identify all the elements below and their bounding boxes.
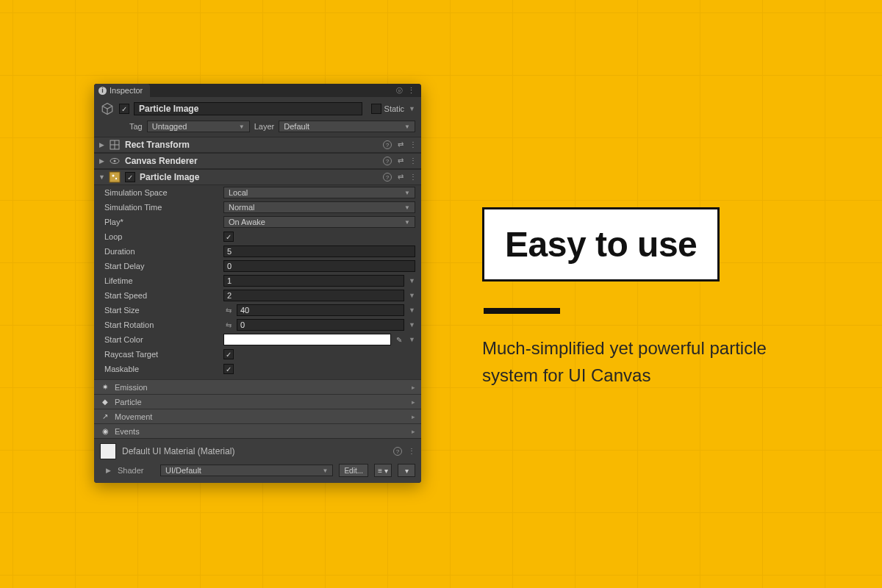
prop-label: Start Color <box>100 335 223 344</box>
module-movement[interactable]: ↗ Movement ▸ <box>94 409 421 423</box>
component-menu-icon[interactable]: ⋮ <box>409 173 417 182</box>
chevron-down-icon[interactable]: ▼ <box>407 336 415 343</box>
help-icon[interactable]: ? <box>393 447 402 456</box>
svg-rect-3 <box>110 172 120 182</box>
component-header-canvas-renderer[interactable]: ▶ Canvas Renderer ? ⇄ ⋮ <box>94 153 421 169</box>
shader-dropdown[interactable]: UI/Default ▼ <box>160 465 333 476</box>
layer-value: Default <box>284 122 309 131</box>
prop-label: Start Delay <box>100 262 223 270</box>
module-label: Movement <box>115 412 152 421</box>
eyedropper-icon[interactable]: ✎ <box>394 336 404 344</box>
module-emission[interactable]: ✷ Emission ▸ <box>94 379 421 394</box>
fold-icon: ▶ <box>98 141 104 148</box>
component-title: Canvas Renderer <box>125 156 379 166</box>
fold-icon: ▶ <box>98 157 104 165</box>
material-title: Default UI Material (Material) <box>122 446 387 456</box>
simulation-time-dropdown[interactable]: Normal▼ <box>223 201 415 213</box>
static-checkbox[interactable] <box>371 104 381 114</box>
inspector-tab-bar: i Inspector ⦾ ⋮ <box>94 84 421 97</box>
list-button[interactable]: ≡ ▾ <box>374 464 392 477</box>
preset-icon[interactable]: ⇄ <box>398 140 404 149</box>
chevron-down-icon[interactable]: ▼ <box>407 292 415 299</box>
start-delay-input[interactable]: 0 <box>223 260 415 272</box>
component-title: Particle Image <box>140 172 379 182</box>
layer-dropdown[interactable]: Default ▼ <box>279 121 415 132</box>
prop-label: Simulation Space <box>100 188 223 197</box>
chevron-down-icon: ▼ <box>404 219 410 226</box>
inspector-tab[interactable]: i Inspector <box>94 84 150 97</box>
gameobject-name-input[interactable]: Particle Image <box>134 102 362 115</box>
rect-transform-icon <box>109 139 121 151</box>
lock-icon[interactable]: ⦾ <box>396 86 403 96</box>
link-icon[interactable]: ⇆ <box>223 306 234 315</box>
tab-menu-icon[interactable]: ⋮ <box>407 86 415 96</box>
particle-icon: ◆ <box>100 398 110 406</box>
help-icon[interactable]: ? <box>383 157 392 165</box>
prop-label: Lifetime <box>100 276 223 285</box>
module-label: Particle <box>115 398 142 406</box>
chevron-down-icon: ▼ <box>404 204 410 211</box>
chevron-down-icon[interactable]: ▼ <box>407 277 415 284</box>
prop-label: Raycast Target <box>100 350 223 359</box>
preset-icon[interactable]: ⇄ <box>398 173 404 182</box>
start-size-input[interactable]: 40 <box>237 304 404 316</box>
emission-icon: ✷ <box>100 383 110 391</box>
duration-input[interactable]: 5 <box>223 245 415 257</box>
module-label: Emission <box>115 383 148 392</box>
prop-label: Start Rotation <box>100 320 223 329</box>
expand-icon: ▸ <box>412 428 415 435</box>
lifetime-input[interactable]: 1 <box>223 275 404 287</box>
component-title: Rect Transform <box>125 140 379 150</box>
canvas-renderer-icon <box>109 155 121 167</box>
more-button[interactable]: ▾ <box>398 464 415 477</box>
chevron-down-icon: ▼ <box>404 123 410 130</box>
start-color-swatch[interactable] <box>223 334 391 345</box>
chevron-down-icon: ▼ <box>404 190 410 196</box>
loop-checkbox[interactable] <box>223 232 234 242</box>
particle-image-properties: Simulation Space Local▼ Simulation Time … <box>94 185 421 379</box>
simulation-space-dropdown[interactable]: Local▼ <box>223 187 415 198</box>
component-menu-icon[interactable]: ⋮ <box>409 140 417 149</box>
inspector-panel: i Inspector ⦾ ⋮ Particle Image Static <box>94 84 421 483</box>
gameobject-active-checkbox[interactable] <box>119 104 129 114</box>
divider <box>484 308 560 314</box>
raycast-target-checkbox[interactable] <box>223 349 234 359</box>
help-icon[interactable]: ? <box>383 173 392 182</box>
gameobject-header: Particle Image Static ▼ <box>94 97 421 121</box>
chevron-down-icon[interactable]: ▼ <box>407 321 415 329</box>
movement-icon: ↗ <box>100 412 110 420</box>
start-rotation-input[interactable]: 0 <box>237 319 404 331</box>
svg-point-4 <box>112 175 115 177</box>
chevron-down-icon: ▼ <box>323 467 329 474</box>
events-icon: ◉ <box>100 427 110 435</box>
edit-button[interactable]: Edit... <box>339 464 368 477</box>
fold-icon[interactable]: ▶ <box>106 467 112 474</box>
module-events[interactable]: ◉ Events ▸ <box>94 423 421 438</box>
maskable-checkbox[interactable] <box>223 364 234 374</box>
expand-icon: ▸ <box>412 413 415 420</box>
chevron-down-icon[interactable]: ▼ <box>407 306 415 314</box>
help-icon[interactable]: ? <box>383 140 392 149</box>
component-header-rect-transform[interactable]: ▶ Rect Transform ? ⇄ ⋮ <box>94 137 421 153</box>
gameobject-icon[interactable] <box>100 101 115 116</box>
link-icon[interactable]: ⇆ <box>223 321 234 329</box>
module-label: Events <box>115 427 140 436</box>
component-enabled-checkbox[interactable] <box>125 172 135 182</box>
module-particle[interactable]: ◆ Particle ▸ <box>94 394 421 409</box>
tag-dropdown[interactable]: Untagged ▼ <box>147 121 250 132</box>
prop-label: Loop <box>100 232 223 241</box>
play-dropdown[interactable]: On Awake▼ <box>223 216 415 228</box>
subcopy-text: Much-simplified yet powerful particle sy… <box>482 334 806 389</box>
prop-label: Start Size <box>100 306 223 315</box>
component-header-particle-image[interactable]: ▼ Particle Image ? ⇄ ⋮ <box>94 169 421 185</box>
svg-point-2 <box>114 160 116 162</box>
expand-icon: ▸ <box>412 398 415 406</box>
static-dropdown-icon[interactable]: ▼ <box>407 105 415 112</box>
component-menu-icon[interactable]: ⋮ <box>408 447 415 456</box>
prop-label: Duration <box>100 247 223 256</box>
component-menu-icon[interactable]: ⋮ <box>409 157 417 165</box>
start-speed-input[interactable]: 2 <box>223 290 404 301</box>
preset-icon[interactable]: ⇄ <box>398 157 404 165</box>
material-preview[interactable] <box>100 443 116 459</box>
particle-image-icon <box>109 171 121 183</box>
